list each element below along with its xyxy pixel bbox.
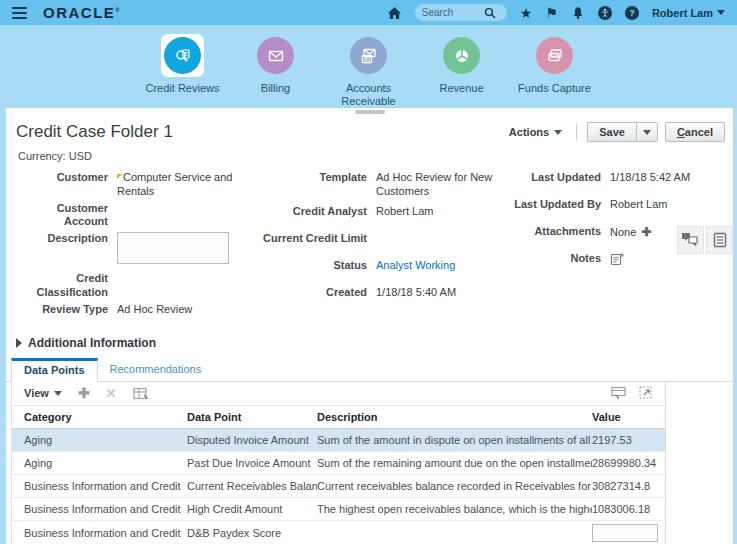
conversations-icon [681,232,700,248]
table-row[interactable]: Business Information and Credit High Cre… [12,498,665,521]
springboard: Credit Reviews Billing Accounts Receivab… [0,25,737,108]
detail-tabs: Data Points Recommendations [6,358,733,382]
review-type-value: Ad Hoc Review [108,300,241,327]
cell-description: Current receivables balance recorded in … [317,480,592,492]
springboard-item-accounts-receivable[interactable]: Accounts Receivable [322,34,415,107]
help-icon[interactable]: ? [625,6,639,20]
last-updated-value: 1/18/18 5:42 AM [601,168,701,195]
tab-recommendations[interactable]: Recommendations [98,358,214,381]
save-dropdown-button[interactable] [637,122,658,142]
springboard-item-funds-capture[interactable]: Funds Capture [508,34,601,95]
column-header-data-point[interactable]: Data Point [187,411,317,423]
column-header-description[interactable]: Description [317,411,592,423]
template-value: Ad Hoc Review for New Customers [367,168,495,202]
current-credit-limit-value [367,229,495,256]
chevron-down-icon [643,130,651,135]
chevron-down-icon [717,10,725,15]
cell-category: Business Information and Credit [24,480,187,492]
description-label: Description [16,229,108,269]
attachments-value: None [610,226,636,238]
data-points-panel: View ✚ ✕ Category Data Point Description… [11,382,666,544]
add-row-icon[interactable]: ✚ [78,385,90,401]
cell-data-point: High Credit Amount [187,503,317,515]
springboard-item-revenue[interactable]: Revenue [415,34,508,95]
springboard-item-billing[interactable]: Billing [229,34,322,95]
freeze-icon[interactable] [133,387,148,400]
table-row[interactable]: Business Information and Credit D&B Payd… [12,521,665,544]
table-row[interactable]: Business Information and Credit Current … [12,475,665,498]
cell-category: Business Information and Credit [24,527,187,539]
springboard-item-credit-reviews[interactable]: Credit Reviews [136,34,229,95]
table-row[interactable]: Aging Disputed Invoice Amount Sum of the… [12,429,665,452]
additional-information-toggle[interactable]: Additional Information [6,327,733,356]
tab-data-points[interactable]: Data Points [11,358,98,382]
cell-category: Aging [24,457,187,469]
search-input[interactable] [422,7,484,18]
cell-value: 1083006.18 [592,503,665,515]
funds-capture-icon [536,37,573,74]
detach-icon[interactable] [639,386,653,400]
credit-reviews-icon [164,37,201,74]
cell-description: Sum of the remaining amount due on the o… [317,457,592,469]
cell-value: 28699980.34 [592,457,665,469]
last-updated-label: Last Updated [509,168,601,195]
table-header-row: Category Data Point Description Value [12,405,665,428]
column-header-value[interactable]: Value [592,411,665,423]
customer-label: Customer [16,168,108,199]
status-label: Status [255,256,367,283]
home-icon[interactable] [387,6,402,20]
credit-analyst-value: Robert Lam [367,202,495,229]
billing-icon [257,37,294,74]
page-title: Credit Case Folder 1 [16,122,173,142]
current-credit-limit-label: Current Credit Limit [255,229,367,256]
description-textarea[interactable] [117,232,229,264]
view-menu-button[interactable]: View [24,387,62,399]
actions-menu-button[interactable]: Actions [505,124,566,140]
search-icon [484,7,496,19]
favorites-star-icon[interactable]: ★ [520,6,533,20]
cell-value: 30827314.8 [592,480,665,492]
expand-arrow-icon [16,338,22,348]
value-input[interactable] [592,524,658,542]
delete-row-icon[interactable]: ✕ [106,386,117,401]
chevron-down-icon [54,391,62,396]
table-row[interactable]: Aging Past Due Invoice Amount Sum of the… [12,452,665,475]
add-attachment-icon[interactable]: ✚ [641,225,651,239]
credit-analyst-label: Credit Analyst [255,202,367,229]
create-note-icon[interactable] [610,252,624,266]
review-type-label: Review Type [16,300,108,327]
reports-button[interactable] [706,226,733,254]
side-panel-tabs [677,226,733,254]
cell-data-point: Current Receivables Balance [187,480,317,492]
cell-description: The highest open receivables balance, wh… [317,503,592,515]
hamburger-menu-icon[interactable] [12,7,27,19]
accessibility-icon[interactable] [598,6,612,20]
cancel-button[interactable]: Cancel [665,122,725,142]
watchlist-flag-icon[interactable]: ⚑ [545,6,558,20]
customer-account-value [108,199,241,230]
credit-classification-label: Credit Classification [16,269,108,300]
divider [576,124,577,140]
cell-data-point: Past Due Invoice Amount [187,457,317,469]
user-menu[interactable]: Robert Lam [652,7,725,19]
cell-value: 2197.53 [592,434,665,446]
notifications-bell-icon[interactable] [571,6,585,20]
user-name: Robert Lam [652,7,713,19]
accounts-receivable-icon [350,37,387,74]
column-header-category[interactable]: Category [24,411,187,423]
save-button[interactable]: Save [587,122,637,142]
chevron-down-icon [554,130,562,135]
query-by-example-icon[interactable] [611,386,627,400]
customer-value: Computer Service and Rentals [108,168,241,199]
global-search[interactable] [415,4,507,21]
customer-account-label: Customer Account [16,199,108,230]
notes-label: Notes [509,249,601,276]
attachments-label: Attachments [509,222,601,249]
status-link[interactable]: Analyst Working [376,259,455,271]
conversations-button[interactable] [677,226,704,254]
revenue-icon [443,37,480,74]
page-header: Credit Case Folder 1 Actions Save Cancel [6,114,733,146]
table-toolbar: View ✚ ✕ [12,382,665,406]
oracle-logo: ORACLE® [43,4,121,21]
document-icon [713,232,727,248]
